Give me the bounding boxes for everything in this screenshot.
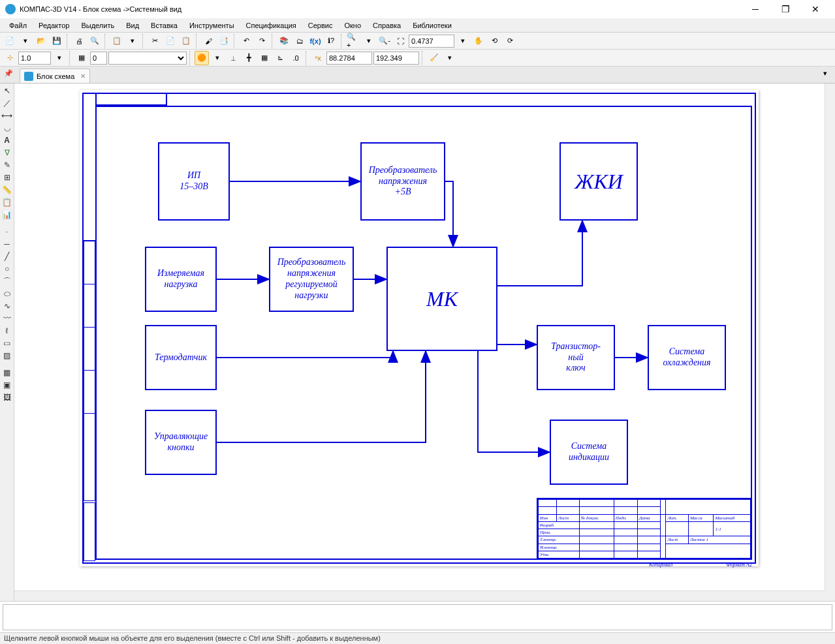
minimize-button[interactable]: ─ [741,1,770,18]
command-line-input[interactable] [3,604,832,630]
menu-service[interactable]: Сервис [303,20,338,31]
grid-icon[interactable]: ▦ [257,51,272,65]
tool-report-icon[interactable]: 📊 [1,209,13,221]
coord-prefix-icon[interactable]: ⁿx [311,51,325,65]
coord-icon[interactable]: ⊹ [3,51,17,65]
scale-dd[interactable]: ▾ [52,51,67,65]
zoom-input[interactable] [409,35,454,48]
tool-measure-icon[interactable]: 📏 [1,184,13,196]
menu-view[interactable]: Вид [121,20,144,31]
document-tab[interactable]: Блок схема ✕ [20,69,90,83]
drawing-sheet: ИП 15–30В Преобразователь напряжения +5В… [80,90,759,566]
preview-button[interactable]: 🔍 [87,34,102,48]
variables-icon[interactable]: f(x) [308,34,323,48]
app-icon [5,4,16,14]
save-button[interactable]: 💾 [50,34,64,48]
tool-line-icon[interactable]: ／ [1,97,13,109]
insert-frag-icon[interactable]: ▣ [1,379,13,391]
stamp-format: Формат А2 [726,562,752,568]
print-button[interactable]: 🖨 [72,34,86,48]
properties-button[interactable]: 📋 [110,34,124,48]
cleanup-icon[interactable]: 🧹 [427,51,441,65]
draw-segment-icon[interactable]: ╱ [1,251,13,262]
library-button[interactable]: 📚 [277,34,291,48]
menu-tools[interactable]: Инструменты [184,20,240,31]
coord-x-input[interactable] [326,52,372,65]
canvas-area[interactable]: ИП 15–30В Преобразователь напряжения +5В… [14,84,835,601]
layer-select[interactable] [108,52,187,65]
left-toolbar: ↖ ／ ⟷ ◡ A ∇ ✎ ⊞ 📏 📋 📊 · ─ ╱ ○ ⌒ ⬭ ∿ 〰 ℓ … [0,84,14,601]
menu-editor[interactable]: Редактор [33,20,74,31]
properties-dd[interactable]: ▾ [125,34,140,48]
draw-ellipse-icon[interactable]: ⬭ [1,288,13,299]
undo-button[interactable]: ↶ [239,34,253,48]
draw-rect-icon[interactable]: ▭ [1,337,13,349]
tool-spec-icon[interactable]: 📋 [1,196,13,208]
menu-insert[interactable]: Вставка [146,20,183,31]
copy-format-icon[interactable]: 🖌 [201,34,215,48]
pan-icon[interactable]: ✋ [471,34,486,48]
scale-input[interactable] [18,52,51,65]
menu-select[interactable]: Выделить [76,20,119,31]
draw-circle-icon[interactable]: ○ [1,263,13,275]
ortho-icon[interactable]: ⊾ [273,51,287,65]
document-tab-bar: 📌 Блок схема ✕ ▾ [0,67,835,84]
insert-table-icon[interactable]: ▦ [1,367,13,378]
snap-2-icon[interactable]: ╋ [242,51,256,65]
paste-button[interactable]: 📋 [179,34,193,48]
zoom-dd[interactable]: ▾ [362,34,376,48]
help-context-icon[interactable]: ℹ? [324,34,338,48]
tool-dim-icon[interactable]: ⟷ [1,110,13,121]
zoom-fit-icon[interactable]: ⛶ [393,34,407,48]
zoom-in-icon[interactable]: 🔍+ [346,34,360,48]
new-dd[interactable]: ▾ [18,34,33,48]
layer-icon[interactable]: ▦ [74,51,89,65]
props-button[interactable]: 📑 [217,34,231,48]
cleanup-dd[interactable]: ▾ [443,51,457,65]
toolbar-state: ⊹ ▾ ▦ 🟠 ▾ ⟂ ╋ ▦ ⊾ .0 ⁿx 🧹 ▾ [0,50,835,67]
zoom-input-dd[interactable]: ▾ [456,34,470,48]
tool-text-icon[interactable]: A [1,134,13,146]
manager-button[interactable]: 🗂 [292,34,307,48]
menu-libraries[interactable]: Библиотеки [407,20,457,31]
new-button[interactable]: 📄 [3,34,17,48]
draw-text-icon[interactable]: ℓ [1,325,13,337]
snap-toggle[interactable]: 🟠 [195,51,209,65]
menu-spec[interactable]: Спецификация [241,20,302,31]
tab-close-icon[interactable]: ✕ [80,72,86,80]
copy-button[interactable]: 📄 [163,34,178,48]
coord-y-input[interactable] [373,52,419,65]
menu-window[interactable]: Окно [339,20,366,31]
insert-image-icon[interactable]: 🖼 [1,391,13,403]
menu-help[interactable]: Справка [368,20,406,31]
draw-arc-icon[interactable]: ⌒ [1,275,13,287]
pin-panel-icon[interactable]: 📌 [4,69,14,80]
snap-dd[interactable]: ▾ [210,51,225,65]
draw-curve-icon[interactable]: 〰 [1,313,13,324]
tool-select-icon[interactable]: ↖ [1,85,13,97]
draw-hatch-icon[interactable]: ▨ [1,350,13,361]
round-icon[interactable]: .0 [289,51,303,65]
tabbar-menu-icon[interactable]: ▾ [823,69,832,78]
open-button[interactable]: 📂 [34,34,48,48]
draw-line-icon[interactable]: ─ [1,238,13,250]
block-indication: Система индикации [550,420,628,485]
layer-num-input[interactable] [90,52,107,65]
tool-arc-icon[interactable]: ◡ [1,122,13,134]
draw-point-icon[interactable]: · [1,226,13,238]
draw-spline-icon[interactable]: ∿ [1,300,13,312]
horizontal-scrollbar[interactable] [14,590,825,601]
close-button[interactable]: ✕ [801,1,830,18]
zoom-prev-icon[interactable]: ⟲ [487,34,501,48]
tool-rough-icon[interactable]: ∇ [1,147,13,159]
snap-1-icon[interactable]: ⟂ [226,51,240,65]
redraw-icon[interactable]: ⟳ [503,34,517,48]
maximize-button[interactable]: ❐ [771,1,800,18]
zoom-out-icon[interactable]: 🔍- [377,34,392,48]
vertical-scrollbar[interactable] [825,84,835,590]
menu-file[interactable]: Файл [4,20,32,31]
tool-edit-icon[interactable]: ✎ [1,159,13,171]
tool-param-icon[interactable]: ⊞ [1,172,13,183]
cut-button[interactable]: ✂ [148,34,162,48]
redo-button[interactable]: ↷ [255,34,269,48]
